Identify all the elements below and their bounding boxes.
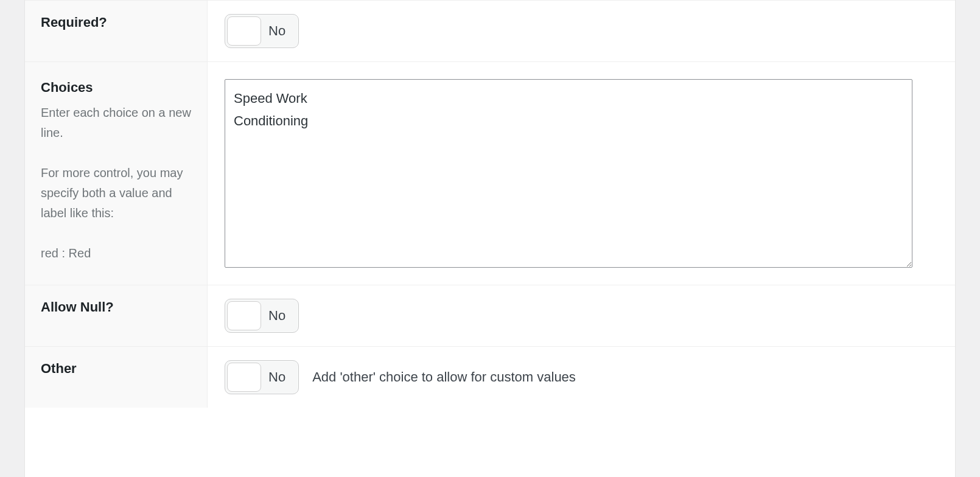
required-toggle[interactable]: No [225,14,299,48]
field-row-other: Other No Add 'other' choice to allow for… [25,347,955,408]
field-row-allow-null: Allow Null? No [25,285,955,347]
toggle-state-label: No [266,23,296,39]
field-control-cell [208,62,955,285]
field-label-cell: Choices Enter each choice on a new line.… [25,62,208,285]
field-label-choices: Choices [41,79,198,97]
toggle-state-label: No [266,369,296,385]
field-label-required: Required? [41,14,198,32]
other-hint-text: Add 'other' choice to allow for custom v… [312,368,576,387]
other-toggle[interactable]: No [225,360,299,394]
field-label-cell: Required? [25,1,208,61]
field-desc-line: For more control, you may specify both a… [41,166,183,220]
toggle-state-label: No [266,308,296,324]
field-label-cell: Other [25,347,208,408]
field-desc-choices: Enter each choice on a new line. For mor… [41,103,198,263]
field-row-required: Required? No [25,0,955,62]
allow-null-toggle[interactable]: No [225,299,299,333]
field-control-cell: No [208,1,955,61]
toggle-knob [227,301,261,330]
toggle-knob [227,16,261,46]
toggle-knob [227,363,261,392]
field-label-cell: Allow Null? [25,285,208,346]
field-label-allow-null: Allow Null? [41,299,198,316]
field-desc-line: red : Red [41,246,91,260]
choices-textarea[interactable] [225,79,912,268]
field-label-other: Other [41,360,198,378]
field-row-choices: Choices Enter each choice on a new line.… [25,62,955,285]
field-control-cell: No [208,285,955,346]
field-control-cell: No Add 'other' choice to allow for custo… [208,347,955,408]
field-desc-line: Enter each choice on a new line. [41,106,191,139]
